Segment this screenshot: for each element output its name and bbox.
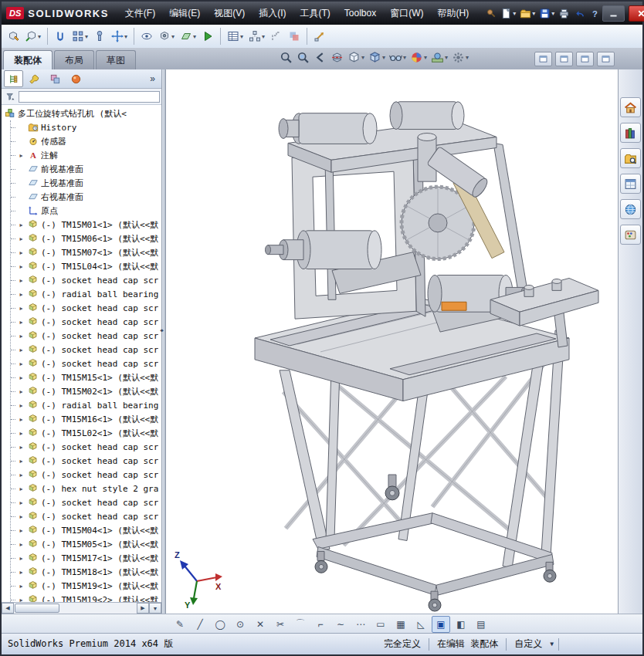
edit-component-button[interactable] [5,29,22,44]
tree-item[interactable]: ▸(-) TM15M01<1> (默认<<默 [11,218,161,232]
hide-show-items-button[interactable]: ▾ [388,49,408,66]
tree-item[interactable]: 右视基准面 [11,190,161,204]
grid-tool-button[interactable]: ▤ [472,616,490,633]
custom-properties-button[interactable] [620,225,641,245]
line-tool-button[interactable]: ╱ [191,616,209,633]
insert-components-dropdown-arrow[interactable]: ▾ [38,33,41,40]
tree-item[interactable]: ▸(-) TM15M19<2> (默认<<默 [11,593,161,602]
tree-expander[interactable]: ▸ [18,416,25,423]
reference-geometry-dropdown-arrow[interactable]: ▾ [193,33,196,40]
tree-item[interactable]: ▸(-) TM15M05<1> (默认<<默 [11,537,161,551]
circle-tool-button[interactable]: ◯ [211,616,229,633]
view-orientation-dropdown-arrow[interactable]: ▾ [361,54,364,61]
zoom-to-fit-button[interactable] [278,49,294,66]
tree-expander[interactable]: ▸ [18,388,25,395]
insert-components-button[interactable]: ▾ [22,29,43,44]
new-document-dropdown-arrow[interactable]: ▾ [513,10,516,17]
tree-expander[interactable]: ▸ [18,221,25,228]
interference-detection-button[interactable] [286,29,303,44]
scroll-thumb[interactable] [15,604,59,613]
hide-show-items-dropdown-arrow[interactable]: ▾ [403,54,406,61]
tree-item[interactable]: ▸(-) socket head cap scr [11,440,161,454]
apply-scene-button[interactable]: ▾ [429,49,449,66]
doc-new-window-button[interactable] [534,52,552,66]
appearances-scenes-button[interactable] [620,199,641,219]
assembly-features-button[interactable]: ▾ [156,29,177,44]
view-palette-button[interactable] [620,174,641,194]
tree-expander[interactable]: ▸ [18,499,25,506]
help-button[interactable]: ? [588,6,602,21]
tree-expander[interactable]: ▸ [18,263,25,270]
view-settings-button[interactable]: ▾ [450,49,470,66]
doc-minimize-button[interactable] [555,52,573,66]
pin-button[interactable] [483,6,498,21]
tree-expander[interactable]: ▸ [18,235,25,242]
tree-item[interactable]: ▸(-) TM15L02<1> (默认<<默 [11,426,161,440]
tree-filter-input[interactable] [19,91,160,103]
reference-geometry-button[interactable]: ▾ [178,29,198,44]
tree-expander[interactable]: ▸ [18,458,25,465]
scroll-left-button[interactable]: ◀ [2,603,14,614]
tree-item[interactable]: ▸(-) TM15M04<1> (默认<<默 [11,523,161,537]
tree-item[interactable]: ▸(-) TM15M06<1> (默认<<默 [11,232,161,245]
open-document-button[interactable]: ▾ [518,6,537,21]
tree-item[interactable]: ▸A注解 [11,148,161,162]
configurationmanager-tab-button[interactable] [46,70,65,87]
shaded-contours-tool-button[interactable]: ▣ [432,616,450,633]
tree-root-item[interactable]: 多工位旋转式钻孔机 (默认< [4,107,161,120]
ellipse-tool-button[interactable]: ⊙ [231,616,249,633]
tree-item[interactable]: ▸(-) socket head cap scr [11,273,161,287]
tab-assembly[interactable]: 装配体 [3,50,53,69]
tree-expander[interactable]: ▸ [18,249,25,256]
menu-help[interactable]: 帮助(H) [431,2,476,24]
zoom-to-area-button[interactable] [295,49,311,66]
tree-item[interactable]: ▸(-) radial ball bearing [11,287,161,301]
tree-item[interactable]: ▸(-) socket head cap scr [11,329,161,343]
save-button[interactable]: ▾ [537,6,556,21]
tree-expander[interactable]: ▸ [18,374,25,381]
section-view-button[interactable] [329,49,345,66]
explode-line-sketch-button[interactable] [268,29,285,44]
tree-item[interactable]: ▸(-) socket head cap scr [11,495,161,509]
tree-expander[interactable]: ▸ [18,597,25,603]
show-hidden-components-button[interactable] [138,29,155,44]
tree-expander[interactable]: ▸ [18,555,25,562]
new-document-button[interactable]: ▾ [499,6,517,21]
view-settings-dropdown-arrow[interactable]: ▾ [466,54,469,61]
new-motion-study-button[interactable] [199,29,216,44]
panel-overflow-button[interactable]: » [150,73,159,84]
instant3d-button[interactable] [311,29,328,44]
assembly-features-dropdown-arrow[interactable]: ▾ [171,33,175,40]
tree-item[interactable]: ▸(-) socket head cap scr [11,343,161,357]
tree-item[interactable]: History [11,120,161,134]
menu-insert[interactable]: 插入(I) [252,2,293,24]
custom-status-dropdown-arrow[interactable]: ▼ [550,641,554,648]
edit-appearance-dropdown-arrow[interactable]: ▾ [424,54,427,61]
filter-funnel-icon[interactable] [3,91,17,103]
doc-close-button[interactable] [597,52,615,66]
tree-item[interactable]: ▸(-) hex nut style 2 gra [11,482,161,495]
menu-window[interactable]: 窗口(W) [383,2,430,24]
doc-restore-button[interactable] [576,52,594,66]
linear-component-pattern-button[interactable]: ▾ [69,29,90,44]
linear-pattern-tool-button[interactable]: ▦ [391,616,410,633]
scroll-track[interactable] [14,603,137,614]
spline-tool-button[interactable]: ∼ [331,616,350,633]
save-dropdown-arrow[interactable]: ▾ [551,10,554,17]
tree-item[interactable]: ▸(-) socket head cap scr [11,454,161,468]
split-pane-tool-button[interactable]: ◧ [452,616,470,633]
tree-item[interactable]: ▸(-) socket head cap scr [11,301,161,315]
tree-item[interactable]: ▸(-) TM15M18<1> (默认<<默 [11,565,161,579]
scroll-down-button[interactable]: ▼ [149,603,161,614]
smart-fasteners-button[interactable] [91,29,108,44]
tree-item[interactable]: ▸(-) socket head cap scr [11,357,161,370]
scroll-right-button[interactable]: ▶ [137,603,149,614]
design-library-button[interactable] [620,123,641,143]
rectangle-tool-button[interactable]: ▭ [371,616,390,633]
tree-expander[interactable]: ▸ [18,527,25,534]
tree-item[interactable]: ▸(-) TM15M15<1> (默认<<默 [11,370,161,384]
bill-of-materials-button[interactable]: ▾ [225,29,246,44]
polygon-tool-button[interactable]: ◺ [412,616,430,633]
tab-sketch[interactable]: 草图 [96,50,136,69]
tree-item[interactable]: ▸(-) radial ball bearing [11,398,161,412]
